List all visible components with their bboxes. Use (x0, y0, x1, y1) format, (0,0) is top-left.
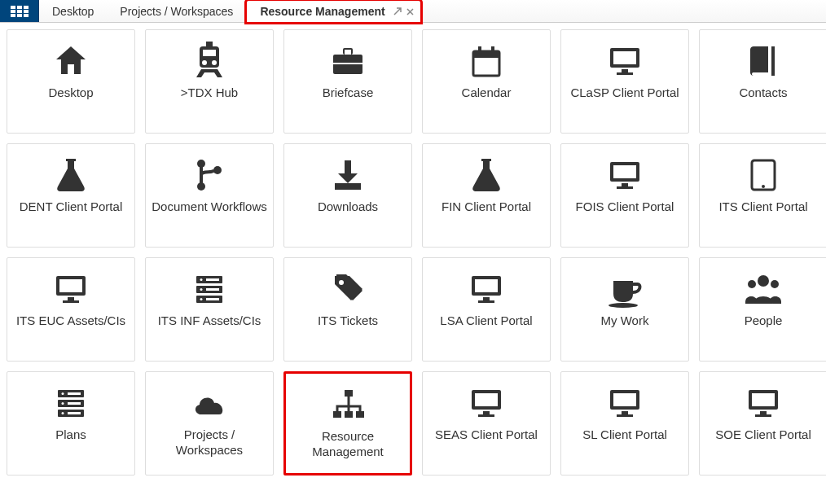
tile-soe-client-portal[interactable]: SOE Client Portal (699, 371, 826, 476)
tile-label: Downloads (318, 199, 378, 215)
tile-label: ITS Tickets (318, 313, 378, 329)
tile-plans[interactable]: Plans (7, 371, 135, 476)
tile-label: People (745, 313, 783, 329)
tab-projects-workspaces[interactable]: Projects / Workspaces (107, 0, 246, 22)
tile-label: Document Workflows (152, 199, 266, 215)
tile-label: FIN Client Portal (442, 199, 531, 215)
tile-fois-client-portal[interactable]: FOIS Client Portal (560, 143, 689, 248)
svg-rect-8 (24, 14, 29, 17)
tile-clasp-client-portal[interactable]: CLaSP Client Portal (560, 29, 689, 134)
svg-rect-0 (11, 6, 15, 9)
tile-resource-management[interactable]: Resource Management (283, 371, 412, 476)
tile-contacts[interactable]: Contacts (699, 29, 826, 134)
people-icon (744, 268, 783, 310)
monitor-icon (467, 382, 506, 424)
tile-tdx-hub[interactable]: >TDX Hub (145, 29, 274, 134)
tile-its-client-portal[interactable]: ITS Client Portal (699, 143, 826, 248)
tablet-icon (744, 154, 783, 196)
tile-briefcase[interactable]: Briefcase (283, 29, 412, 134)
tile-label: ITS Client Portal (718, 199, 807, 215)
tile-fin-client-portal[interactable]: FIN Client Portal (422, 143, 551, 248)
flask-icon (51, 154, 90, 196)
tile-label: Briefcase (323, 85, 374, 101)
svg-rect-6 (11, 14, 15, 17)
tile-seas-client-portal[interactable]: SEAS Client Portal (422, 371, 551, 476)
calendar-icon (467, 40, 506, 82)
cloud-icon (190, 382, 229, 424)
tile-its-inf-assets[interactable]: ITS INF Assets/CIs (145, 257, 274, 362)
tile-label: LSA Client Portal (440, 313, 532, 329)
svg-rect-7 (17, 14, 22, 17)
tile-label: SEAS Client Portal (435, 427, 538, 443)
svg-rect-4 (17, 10, 22, 13)
tab-label: Resource Management (260, 5, 384, 18)
tile-label: FOIS Client Portal (576, 199, 674, 215)
tile-label: ITS EUC Assets/CIs (16, 313, 125, 329)
close-icon[interactable] (406, 8, 414, 15)
app-grid: Desktop>TDX HubBriefcaseCalendarCLaSP Cl… (0, 23, 826, 492)
tile-label: Contacts (739, 85, 787, 101)
tile-downloads[interactable]: Downloads (283, 143, 412, 248)
tile-label: DENT Client Portal (20, 199, 122, 215)
tile-label: SL Client Portal (582, 427, 667, 443)
tile-dent-client-portal[interactable]: DENT Client Portal (7, 143, 135, 248)
monitor-icon (605, 40, 644, 82)
tile-calendar[interactable]: Calendar (422, 29, 551, 134)
sitemap-icon (328, 383, 367, 426)
monitor-icon (744, 382, 783, 424)
svg-rect-3 (11, 10, 15, 13)
coffee-icon (605, 268, 644, 310)
tile-projects-workspaces[interactable]: Projects / Workspaces (145, 371, 274, 476)
tile-label: SOE Client Portal (715, 427, 811, 443)
monitor-icon (51, 268, 90, 310)
tab-label: Desktop (52, 5, 94, 18)
tile-label: My Work (601, 313, 649, 329)
server-icon (190, 268, 229, 310)
briefcase-icon (328, 40, 367, 82)
tile-people[interactable]: People (699, 257, 826, 362)
tile-label: >TDX Hub (181, 85, 238, 101)
tab-bar: Desktop Projects / Workspaces Resource M… (0, 0, 826, 23)
tile-label: Plans (55, 427, 86, 443)
tile-label: Calendar (462, 85, 512, 101)
branch-icon (190, 154, 229, 196)
book-icon (744, 40, 783, 82)
tile-label: Projects / Workspaces (151, 427, 268, 458)
tile-label: Resource Management (291, 429, 405, 460)
tile-document-workflows[interactable]: Document Workflows (145, 143, 274, 248)
popout-icon[interactable] (393, 7, 402, 15)
tile-sl-client-portal[interactable]: SL Client Portal (560, 371, 689, 476)
tab-label: Projects / Workspaces (120, 5, 233, 18)
tile-lsa-client-portal[interactable]: LSA Client Portal (422, 257, 551, 362)
tile-its-euc-assets[interactable]: ITS EUC Assets/CIs (7, 257, 135, 362)
tile-my-work[interactable]: My Work (560, 257, 689, 362)
download-icon (328, 154, 367, 196)
flask-icon (467, 154, 506, 196)
svg-rect-1 (17, 6, 22, 9)
tile-label: Desktop (48, 85, 93, 101)
tile-label: CLaSP Client Portal (570, 85, 679, 101)
tag-icon (328, 268, 367, 310)
monitor-icon (605, 382, 644, 424)
svg-rect-2 (24, 6, 29, 9)
tab-resource-management[interactable]: Resource Management (246, 0, 420, 23)
apps-grid-icon (11, 6, 29, 17)
tile-its-tickets[interactable]: ITS Tickets (283, 257, 412, 362)
monitor-icon (605, 154, 644, 196)
server-icon (51, 382, 90, 424)
home-icon (51, 40, 90, 82)
train-icon (190, 40, 229, 82)
svg-rect-5 (24, 10, 29, 13)
tile-label: ITS INF Assets/CIs (158, 313, 261, 329)
tab-desktop[interactable]: Desktop (39, 0, 107, 22)
monitor-icon (467, 268, 506, 310)
tile-desktop[interactable]: Desktop (7, 29, 135, 134)
apps-grid-button[interactable] (0, 0, 39, 22)
